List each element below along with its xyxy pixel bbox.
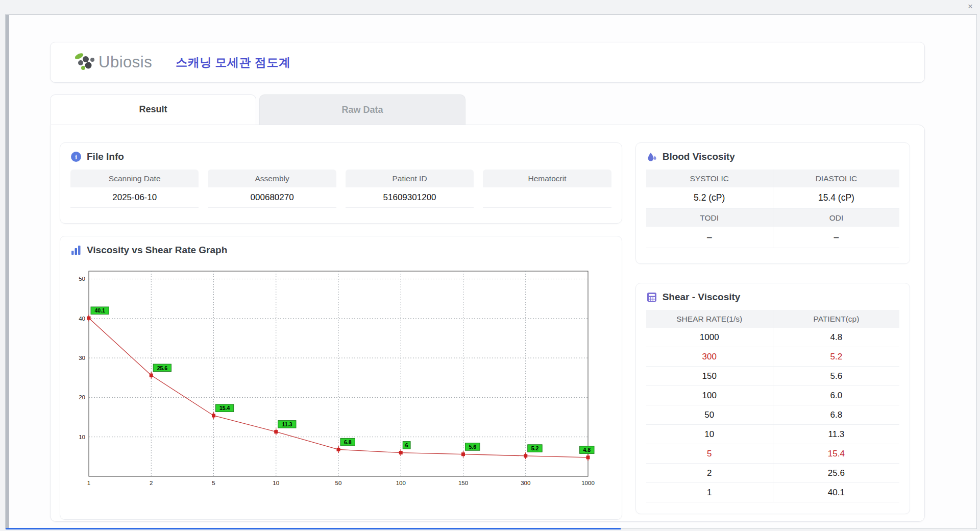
bv-value-cell: – [646, 227, 773, 248]
right-column: Blood Viscosity SYSTOLICDIASTOLIC5.2 (cP… [635, 142, 910, 521]
sv-patient-cell: 25.6 [773, 464, 899, 483]
file-info-fields: Scanning Date2025-06-10Assembly000680270… [70, 170, 611, 208]
sv-header-cell: PATIENT(cp) [773, 310, 899, 328]
window-edge-strip [6, 15, 9, 528]
sv-shear-cell: 100 [646, 386, 773, 405]
field-value: 2025-06-10 [70, 187, 199, 208]
sv-patient-cell: 11.3 [773, 425, 899, 444]
sv-patient-cell: 5.2 [773, 347, 899, 367]
bv-header-cell: DIASTOLIC [773, 170, 899, 187]
graph-title: Viscosity vs Shear Rate Graph [70, 245, 611, 256]
field-value: 51609301200 [346, 187, 474, 208]
svg-text:40: 40 [79, 316, 85, 322]
bv-header-cell: SYSTOLIC [646, 170, 773, 187]
file-info-title: i File Info [70, 151, 611, 162]
svg-text:10: 10 [79, 434, 85, 440]
blood-viscosity-title: Blood Viscosity [646, 151, 899, 162]
section-title-label: Shear - Viscosity [663, 292, 741, 303]
field-label: Patient ID [346, 170, 474, 187]
section-title-label: Blood Viscosity [663, 151, 735, 162]
bv-value-cell: 15.4 (cP) [773, 187, 899, 209]
app-window: Ubiosis 스캐닝 모세관 점도계 Result Raw Data i Fi… [5, 14, 977, 529]
svg-text:1: 1 [87, 480, 90, 486]
result-panel: i File Info Scanning Date2025-06-10Assem… [50, 125, 925, 522]
sv-shear-cell: 1000 [646, 328, 773, 347]
shear-viscosity-table: SHEAR RATE(1/s)PATIENT(cp)10004.83005.21… [646, 310, 899, 502]
ubiosis-logo: Ubiosis [73, 52, 152, 73]
bv-header-cell: ODI [773, 209, 899, 227]
svg-text:150: 150 [458, 480, 468, 486]
section-title-label: Viscosity vs Shear Rate Graph [87, 245, 227, 256]
sv-header-cell: SHEAR RATE(1/s) [646, 310, 773, 328]
blood-viscosity-table: SYSTOLICDIASTOLIC5.2 (cP)15.4 (cP)TODIOD… [646, 170, 899, 248]
svg-text:50: 50 [79, 276, 85, 282]
sv-shear-cell: 300 [646, 347, 773, 367]
sv-shear-cell: 5 [646, 444, 773, 464]
sv-shear-cell: 1 [646, 483, 773, 502]
field-label: Scanning Date [70, 170, 199, 187]
svg-text:50: 50 [335, 480, 342, 486]
file-info-field: Scanning Date2025-06-10 [70, 170, 199, 208]
svg-text:20: 20 [79, 394, 85, 400]
svg-text:5: 5 [212, 480, 215, 486]
svg-text:2: 2 [150, 480, 153, 486]
svg-text:1000: 1000 [581, 480, 595, 486]
sv-patient-cell: 6.8 [773, 405, 899, 425]
sv-patient-cell: 15.4 [773, 444, 899, 464]
shear-viscosity-title: Shear - Viscosity [646, 292, 899, 303]
droplet-icon [646, 151, 657, 162]
blood-viscosity-card: Blood Viscosity SYSTOLICDIASTOLIC5.2 (cP… [635, 142, 910, 264]
field-label: Assembly [208, 170, 336, 187]
svg-text:6.8: 6.8 [344, 439, 352, 445]
sv-patient-cell: 6.0 [773, 386, 899, 405]
shear-viscosity-card: Shear - Viscosity SHEAR RATE(1/s)PATIENT… [635, 283, 910, 514]
left-column: i File Info Scanning Date2025-06-10Assem… [60, 142, 622, 521]
svg-text:15.4: 15.4 [219, 405, 230, 411]
svg-text:100: 100 [396, 480, 406, 486]
svg-text:30: 30 [79, 355, 85, 361]
section-title-label: File Info [87, 151, 124, 162]
sv-shear-cell: 150 [646, 367, 773, 386]
sv-patient-cell: 4.8 [773, 328, 899, 347]
svg-text:25.6: 25.6 [157, 365, 168, 371]
svg-text:6: 6 [405, 442, 408, 448]
svg-text:i: i [75, 153, 77, 161]
logo-mark-icon [73, 52, 96, 73]
svg-text:300: 300 [521, 480, 530, 486]
svg-text:4.8: 4.8 [583, 447, 591, 453]
sv-shear-cell: 10 [646, 425, 773, 444]
bv-value-cell: 5.2 (cP) [646, 187, 773, 209]
chart-wrap: 10203040501251050100150300100040.125.615… [70, 263, 611, 498]
field-value: 000680270 [208, 187, 336, 208]
app-content: Ubiosis 스캐닝 모세관 점도계 Result Raw Data i Fi… [50, 15, 925, 522]
field-value [483, 187, 611, 208]
viscosity-chart: 10203040501251050100150300100040.125.615… [70, 263, 596, 498]
tab-result[interactable]: Result [50, 94, 256, 125]
svg-text:11.3: 11.3 [282, 421, 292, 427]
close-icon[interactable]: × [968, 1, 973, 13]
grid-table-icon [646, 292, 657, 303]
svg-text:10: 10 [273, 480, 279, 486]
page-title: 스캐닝 모세관 점도계 [176, 55, 290, 70]
info-icon: i [70, 151, 82, 162]
bv-value-cell: – [773, 227, 899, 248]
file-info-field: Patient ID51609301200 [346, 170, 474, 208]
bv-header-cell: TODI [646, 209, 773, 227]
tab-bar: Result Raw Data [50, 94, 925, 125]
sv-patient-cell: 5.6 [773, 367, 899, 386]
graph-card: Viscosity vs Shear Rate Graph 1020304050… [60, 236, 622, 520]
svg-text:40.1: 40.1 [94, 307, 105, 313]
sv-patient-cell: 40.1 [773, 483, 899, 502]
bar-chart-icon [70, 245, 82, 256]
svg-text:5.2: 5.2 [531, 445, 539, 451]
file-info-card: i File Info Scanning Date2025-06-10Assem… [60, 142, 622, 224]
logo-text: Ubiosis [99, 53, 152, 71]
file-info-field: Assembly000680270 [208, 170, 336, 208]
sv-shear-cell: 2 [646, 464, 773, 483]
app-header: Ubiosis 스캐닝 모세관 점도계 [50, 42, 925, 83]
field-label: Hematocrit [483, 170, 611, 187]
file-info-field: Hematocrit [483, 170, 611, 208]
svg-text:5.6: 5.6 [469, 444, 476, 450]
tab-raw-data[interactable]: Raw Data [259, 94, 465, 125]
sv-shear-cell: 50 [646, 405, 773, 425]
